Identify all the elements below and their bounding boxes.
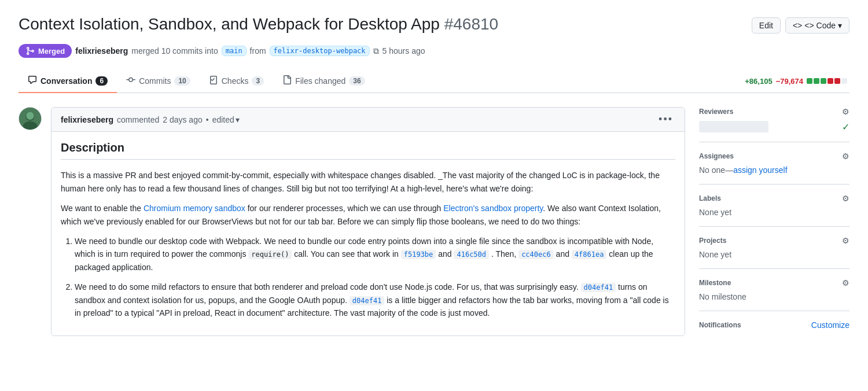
description-list: We need to bundle our desktop code with … [61, 235, 675, 319]
tab-commits-label: Commits [139, 76, 171, 86]
commit-d04ef41-link-1[interactable]: d04ef41 [581, 282, 616, 292]
reviewer-placeholder [699, 121, 768, 132]
list-item-2: We need to do some mild refactors to ens… [75, 281, 675, 319]
diff-bar [807, 78, 847, 84]
content-area: felixrieseberg commented 2 days ago • ed… [19, 107, 685, 336]
edited-label: edited [212, 115, 234, 124]
merged-label: Merged [38, 47, 65, 56]
commit-4f861ea-link[interactable]: 4f861ea [572, 249, 607, 259]
pr-author: felixrieseberg [75, 46, 128, 56]
edit-button[interactable]: Edit [752, 17, 781, 34]
sidebar: Reviewers ⚙ ✓ Assignees ⚙ No one—assign … [699, 107, 849, 336]
diff-stats: +86,105 −79,674 [745, 77, 849, 86]
commit-d04ef41-link-2[interactable]: d04ef41 [350, 296, 385, 305]
body-paragraph-2: We want to enable the Chromium memory sa… [61, 202, 675, 228]
projects-title: Projects [699, 237, 726, 245]
diff-bar-seg-3 [821, 78, 826, 84]
labels-gear-icon[interactable]: ⚙ [842, 194, 849, 203]
files-icon [282, 75, 292, 86]
customize-link[interactable]: Customize [811, 320, 849, 330]
para2-prefix: We want to enable the [61, 204, 144, 213]
tab-checks[interactable]: Checks 3 [200, 69, 273, 93]
pr-header: Context Isolation, Sandbox, and Webpack … [19, 14, 849, 35]
code-label: <> Code [804, 21, 836, 30]
commit-d04ef41-2: d04ef41 [350, 296, 385, 305]
pr-number: #46810 [444, 15, 498, 33]
more-options-button[interactable]: ••• [656, 113, 675, 126]
tab-checks-count: 3 [252, 76, 264, 86]
main-layout: felixrieseberg commented 2 days ago • ed… [19, 93, 849, 336]
reviewer-row: ✓ [699, 121, 849, 132]
and2: and [556, 249, 572, 259]
assign-yourself-link[interactable]: assign yourself [733, 165, 787, 175]
commit-cc40ec6-link[interactable]: cc40ec6 [518, 249, 554, 259]
comment-author[interactable]: felixrieseberg [61, 115, 113, 124]
tab-checks-label: Checks [222, 76, 249, 86]
tab-commits[interactable]: Commits 10 [117, 69, 200, 93]
labels-title: Labels [699, 194, 721, 202]
diff-bar-seg-2 [814, 78, 819, 84]
svg-point-3 [26, 112, 34, 120]
diff-additions: +86,105 [745, 77, 772, 86]
labels-value: None yet [699, 208, 849, 217]
no-one-text: No one— [699, 165, 733, 175]
list-item-2-prefix: We need to do some mild refactors to ens… [75, 282, 581, 292]
comment-wrapper: felixrieseberg commented 2 days ago • ed… [19, 107, 685, 336]
assignees-section: Assignees ⚙ No one—assign yourself [699, 142, 849, 185]
tab-conversation[interactable]: Conversation 6 [19, 69, 117, 93]
assignees-title: Assignees [699, 152, 734, 160]
electron-sandbox-link[interactable]: Electron's sandbox property [443, 204, 543, 213]
edited-link[interactable]: edited ▾ [212, 115, 240, 124]
diff-bar-seg-6 [841, 78, 847, 84]
assignees-gear-icon[interactable]: ⚙ [842, 152, 849, 161]
from-text: from [250, 46, 266, 56]
tabs-bar: Conversation 6 Commits 10 Checks 3 Files… [19, 69, 849, 93]
chevron-down-icon: ▾ [236, 115, 240, 124]
code-icon: <> [793, 21, 802, 30]
commit-f5193be-link[interactable]: f5193be [401, 249, 436, 259]
reviewers-gear-icon[interactable]: ⚙ [842, 107, 849, 116]
header-actions: Edit <> <> Code ▾ [752, 17, 849, 34]
commit-f5193be: f5193be [401, 250, 436, 259]
commit-416c50d-link[interactable]: 416c50d [454, 249, 489, 259]
milestone-header: Milestone ⚙ [699, 278, 849, 287]
code-button[interactable]: <> <> Code ▾ [785, 17, 849, 34]
milestone-gear-icon[interactable]: ⚙ [842, 278, 849, 287]
pr-time: 5 hours ago [382, 46, 425, 56]
commit-d04ef41-1: d04ef41 [581, 283, 616, 292]
reviewers-section: Reviewers ⚙ ✓ [699, 107, 849, 142]
chevron-down-icon: ▾ [838, 21, 842, 30]
comment-header: felixrieseberg commented 2 days ago • ed… [52, 108, 685, 132]
check-icon: ✓ [842, 121, 849, 132]
head-branch[interactable]: felixr-desktop-webpack [270, 46, 370, 56]
body-paragraph-1: This is a massive PR and best enjoyed co… [61, 169, 675, 195]
para2-middle: for our renderer processes, which we can… [245, 204, 443, 213]
projects-gear-icon[interactable]: ⚙ [842, 236, 849, 245]
pr-title-text: Context Isolation, Sandbox, and Webpack … [19, 15, 440, 33]
chromium-sandbox-link[interactable]: Chromium memory sandbox [144, 204, 245, 213]
milestone-title: Milestone [699, 279, 731, 287]
description-heading: Description [61, 141, 675, 160]
pr-meta: Merged felixrieseberg merged 10 commits … [19, 44, 849, 58]
tab-files-changed-count: 36 [349, 76, 365, 86]
milestone-section: Milestone ⚙ No milestone [699, 269, 849, 311]
comment-header-left: felixrieseberg commented 2 days ago • ed… [61, 115, 240, 124]
list-item-1: We need to bundle our desktop code with … [75, 235, 675, 274]
avatar-image [19, 108, 41, 130]
copy-icon[interactable]: ⧉ [373, 46, 379, 56]
reviewers-header: Reviewers ⚙ [699, 107, 849, 116]
milestone-value: No milestone [699, 292, 849, 301]
labels-section: Labels ⚙ None yet [699, 185, 849, 227]
edit-label: Edit [759, 21, 773, 30]
commits-icon [126, 75, 135, 86]
diff-bar-seg-5 [834, 78, 840, 84]
notifications-section: Notifications Customize [699, 311, 849, 330]
tab-files-changed[interactable]: Files changed 36 [273, 69, 374, 93]
merged-badge: Merged [19, 44, 72, 58]
diff-bar-seg-1 [807, 78, 812, 84]
diff-deletions: −79,674 [776, 77, 803, 86]
tab-conversation-label: Conversation [41, 76, 92, 86]
pr-title: Context Isolation, Sandbox, and Webpack … [19, 14, 742, 35]
assignees-value: No one—assign yourself [699, 165, 849, 175]
base-branch[interactable]: main [222, 46, 247, 56]
